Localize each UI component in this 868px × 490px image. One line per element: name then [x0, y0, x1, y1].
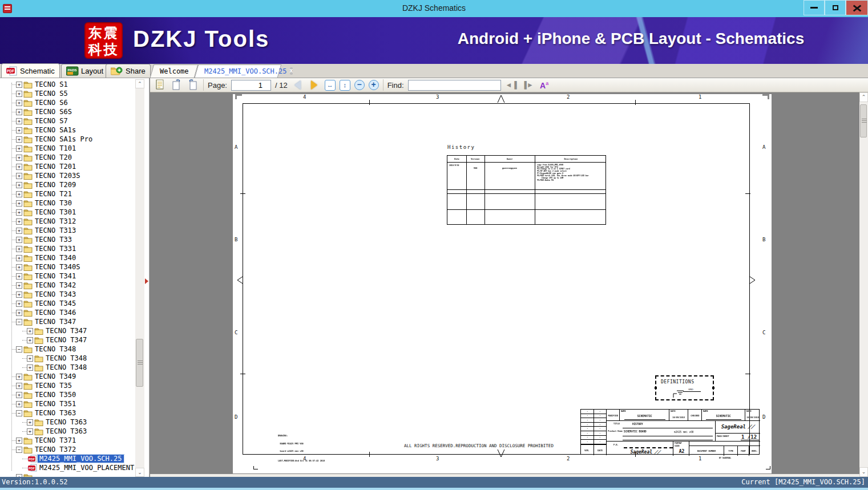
tree-item-label[interactable]: TECNO T363: [44, 418, 88, 426]
expander-plus-icon[interactable]: +: [27, 428, 33, 435]
tree-item-folder[interactable]: +TECNO T342: [0, 281, 135, 290]
tree-item-folder[interactable]: +TECNO S7: [0, 116, 135, 125]
expander-plus-icon[interactable]: +: [16, 237, 22, 243]
tree-item-folder[interactable]: +TECNO T346: [0, 308, 135, 317]
tree-item-folder[interactable]: +TECNO T201: [0, 162, 135, 171]
schematic-viewer[interactable]: 43214321ABCDABCD History: [150, 92, 859, 477]
tree-item-label[interactable]: TECNO T209: [33, 181, 78, 189]
expander-plus-icon[interactable]: +: [27, 337, 33, 343]
tree-item-label[interactable]: TECNO T347: [44, 336, 88, 344]
expander-plus-icon[interactable]: +: [16, 127, 22, 133]
expander-plus-icon[interactable]: +: [16, 401, 22, 407]
tree-item-folder[interactable]: +TECNO T348: [0, 363, 135, 372]
tree-item-label[interactable]: TECNO S5: [33, 90, 70, 98]
tree-item-label[interactable]: TECNO T372: [33, 446, 78, 453]
expander-minus-icon[interactable]: −: [16, 319, 22, 325]
tree-item-label[interactable]: TECNO T348: [33, 345, 78, 353]
tree-scrollbar[interactable]: ⌃ ⌄: [135, 79, 144, 477]
tree-item-label[interactable]: TECNO T345: [33, 299, 78, 307]
find-input[interactable]: [408, 80, 501, 91]
tab-layout[interactable]: PADS Layout: [61, 64, 108, 78]
tree-item-folder[interactable]: +TECNO T35: [0, 381, 135, 390]
expander-plus-icon[interactable]: +: [16, 164, 22, 170]
find-next-button[interactable]: ▐►: [522, 79, 534, 91]
tab-welcome[interactable]: Welcome: [152, 64, 196, 78]
close-button[interactable]: [846, 0, 868, 15]
tree-item-label[interactable]: TECNO T340: [33, 254, 78, 262]
tree-item-label[interactable]: TECNO T312: [33, 217, 78, 225]
expander-plus-icon[interactable]: +: [16, 136, 22, 143]
tree-item-label[interactable]: TECNO T350: [33, 391, 78, 399]
tree-item-label[interactable]: TECNO T346: [33, 309, 78, 317]
expander-plus-icon[interactable]: +: [16, 374, 22, 380]
expander-plus-icon[interactable]: +: [27, 355, 33, 362]
tree-item-label[interactable]: TECNO T349: [33, 372, 78, 380]
expander-plus-icon[interactable]: +: [27, 419, 33, 426]
expander-plus-icon[interactable]: +: [27, 328, 33, 334]
tree-item-label[interactable]: TECNO SA1s: [33, 126, 78, 134]
tree-item-label[interactable]: TECNO T313: [33, 226, 78, 234]
tree-item-folder[interactable]: +TECNO T351: [0, 399, 135, 408]
fit-page-button[interactable]: ↕: [340, 80, 350, 91]
tree-item-label[interactable]: M2425_MMI_VOO_PLACEMENT: [38, 464, 135, 472]
tab-document-active[interactable]: M2425_MMI_VOO.SCH.25 x: [196, 64, 280, 78]
tree-item-folder[interactable]: +TECNO T209: [0, 180, 135, 189]
expander-plus-icon[interactable]: +: [16, 291, 22, 298]
expander-minus-icon[interactable]: −: [16, 410, 22, 416]
expander-plus-icon[interactable]: +: [16, 109, 22, 115]
tree-item-folder[interactable]: +TECNO T312: [0, 217, 135, 226]
tree-item-label[interactable]: TECNO S1: [33, 80, 70, 88]
tree-item-label[interactable]: TECNO S6S: [33, 108, 74, 116]
expander-plus-icon[interactable]: +: [16, 182, 22, 188]
tree-item-label[interactable]: TECNO T363: [44, 427, 88, 435]
tree-item-folder[interactable]: +TECNO T301: [0, 208, 135, 217]
tree-item-label[interactable]: TECNO T347: [33, 318, 78, 326]
expander-plus-icon[interactable]: +: [16, 155, 22, 161]
page-number-input[interactable]: [231, 80, 271, 91]
maximize-button[interactable]: [825, 0, 846, 15]
expander-plus-icon[interactable]: +: [16, 91, 22, 97]
expander-plus-icon[interactable]: +: [16, 255, 22, 261]
expander-minus-icon[interactable]: −: [16, 447, 22, 453]
expander-plus-icon[interactable]: +: [16, 228, 22, 234]
tree-item-label[interactable]: TECNO T340S: [33, 263, 82, 271]
tree-item-document[interactable]: PDFM2425_MMI_VOO.SCH.25: [0, 454, 135, 463]
zoom-in-button[interactable]: +: [369, 80, 379, 90]
expander-plus-icon[interactable]: +: [16, 100, 22, 106]
tree-item-label[interactable]: TECNO S7: [33, 117, 70, 125]
tree-item-folder[interactable]: +TECNO T33: [0, 235, 135, 244]
expander-plus-icon[interactable]: +: [27, 365, 33, 371]
tree-item-label[interactable]: TECNO T363: [33, 409, 78, 417]
tree-item-folder[interactable]: +TECNO T203S: [0, 171, 135, 180]
page-copy-button[interactable]: [154, 79, 166, 91]
expander-minus-icon[interactable]: −: [16, 346, 22, 353]
find-previous-button[interactable]: ◄▐: [505, 79, 518, 91]
rotate-right-button[interactable]: [187, 79, 199, 91]
rotate-left-button[interactable]: [170, 79, 183, 91]
tree-item-label[interactable]: TECNO SA1s Pro: [33, 135, 94, 143]
expander-plus-icon[interactable]: +: [16, 118, 22, 124]
tree-item-folder[interactable]: +TECNO T313: [0, 226, 135, 235]
tree-item-folder[interactable]: +TECNO T349: [0, 372, 135, 381]
tab-share[interactable]: Share: [106, 64, 151, 78]
tree-item-folder[interactable]: +TECNO T350: [0, 390, 135, 399]
tree-item-label[interactable]: TECNO T343: [33, 290, 78, 298]
tree-item-folder[interactable]: +TECNO S6: [0, 98, 135, 107]
tree-item-folder[interactable]: +TECNO T343: [0, 290, 135, 299]
tree-item-label[interactable]: TECNO T20: [33, 153, 74, 161]
expander-plus-icon[interactable]: +: [16, 392, 22, 398]
tree-item-label[interactable]: TECNO T203S: [33, 172, 82, 180]
tree-item-folder[interactable]: −TECNO T348: [0, 345, 135, 354]
tree-item-label[interactable]: TECNO T348: [44, 354, 88, 362]
expander-plus-icon[interactable]: +: [16, 209, 22, 216]
tree-item-label[interactable]: M2425_MMI_VOO.SCH.25: [38, 455, 124, 463]
tab-close-icon[interactable]: x: [290, 67, 293, 75]
fit-width-button[interactable]: ↔: [325, 80, 336, 91]
tree-item-folder[interactable]: +TECNO S6S: [0, 107, 135, 116]
tree-scroll-down-icon[interactable]: ⌄: [135, 468, 144, 477]
tree-item-label[interactable]: TECNO T331: [33, 245, 78, 253]
viewer-scrollbar[interactable]: ⌃ ⌄: [859, 92, 868, 477]
expander-plus-icon[interactable]: +: [16, 218, 22, 225]
tree-item-folder[interactable]: +TECNO T363: [0, 418, 135, 427]
tree-item-folder[interactable]: +TECNO SA1s Pro: [0, 135, 135, 144]
